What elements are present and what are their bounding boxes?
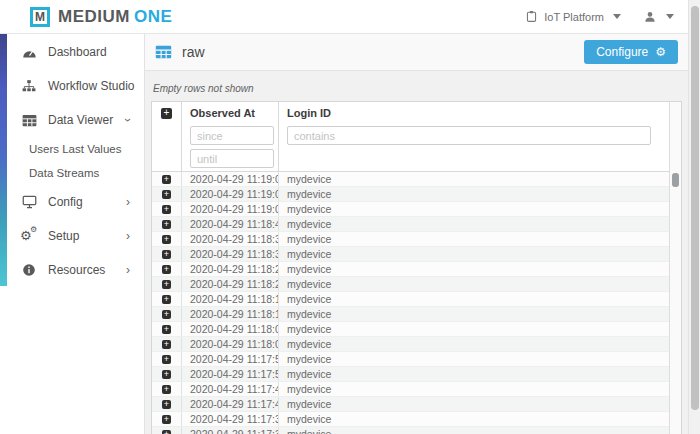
sidebar: Dashboard Workflow Studio D (0, 34, 145, 434)
chevron-right-icon: › (126, 196, 130, 208)
expand-row-icon[interactable]: + (162, 415, 171, 424)
expand-row-icon[interactable]: + (162, 265, 171, 274)
gear-icon: ⚙ (655, 46, 666, 58)
table-row: + 2020-04-29 11:18:19 mydevice (152, 292, 669, 307)
chevron-down-icon: › (122, 118, 134, 122)
observed-at-cell: 2020-04-29 11:17:34 (182, 427, 279, 434)
empty-rows-note: Empty rows not shown (153, 83, 254, 94)
expand-row-icon[interactable]: + (162, 295, 171, 304)
expand-row-icon[interactable]: + (162, 400, 171, 409)
sidebar-item-resources[interactable]: Resources › (0, 253, 144, 287)
column-label: Login ID (279, 102, 669, 122)
observed-at-cell: 2020-04-29 11:19:03 (182, 187, 279, 201)
table-row: + 2020-04-29 11:17:59 mydevice (152, 352, 669, 367)
top-bar: M MEDIUMONE IoT Platform (0, 0, 700, 34)
sidebar-item-label: Resources (48, 263, 105, 277)
expand-cell: + (152, 232, 182, 246)
expand-cell: + (152, 382, 182, 396)
sidebar-item-users-last-values[interactable]: Users Last Values (0, 137, 144, 161)
expand-row-icon[interactable]: + (162, 310, 171, 319)
table-row: + 2020-04-29 11:18:39 mydevice (152, 232, 669, 247)
login-id-cell: mydevice (279, 202, 669, 216)
page-scrollbar[interactable] (688, 0, 700, 434)
medium-one-logo[interactable]: M MEDIUMONE (30, 7, 172, 27)
expand-row-icon[interactable]: + (162, 340, 171, 349)
observed-at-cell: 2020-04-29 11:18:04 (182, 337, 279, 351)
observed-at-cell: 2020-04-29 11:18:49 (182, 217, 279, 231)
login-id-cell: mydevice (279, 292, 669, 306)
table-scrollbar-thumb[interactable] (672, 173, 679, 187)
observed-at-cell: 2020-04-29 11:17:54 (182, 367, 279, 381)
configure-button[interactable]: Configure ⚙ (584, 40, 678, 64)
login-id-cell: mydevice (279, 232, 669, 246)
logo-mark-icon: M (30, 7, 50, 27)
expand-cell: + (152, 247, 182, 261)
expand-cell: + (152, 397, 182, 411)
chevron-down-icon (613, 14, 621, 19)
expand-row-icon[interactable]: + (162, 370, 171, 379)
expand-row-icon[interactable]: + (162, 220, 171, 229)
since-filter-input[interactable] (190, 126, 274, 145)
sidebar-item-config[interactable]: Config › (0, 185, 144, 219)
org-selector-label: IoT Platform (544, 11, 604, 23)
expand-cell: + (152, 187, 182, 201)
login-id-cell: mydevice (279, 172, 669, 186)
observed-at-cell: 2020-04-29 11:17:44 (182, 397, 279, 411)
expand-row-icon[interactable]: + (162, 250, 171, 259)
org-selector[interactable]: IoT Platform (525, 10, 621, 23)
expand-row-icon[interactable]: + (162, 280, 171, 289)
table-row: + 2020-04-29 11:18:29 mydevice (152, 262, 669, 277)
sidebar-subitem-label: Users Last Values (29, 143, 121, 155)
expand-all-icon[interactable]: + (161, 108, 172, 119)
user-menu[interactable] (643, 10, 674, 24)
login-id-cell: mydevice (279, 262, 669, 276)
expand-row-icon[interactable]: + (162, 385, 171, 394)
login-id-cell: mydevice (279, 382, 669, 396)
chevron-down-icon (666, 14, 674, 19)
observed-at-cell: 2020-04-29 11:19:07 (182, 172, 279, 186)
sidebar-item-data-streams[interactable]: Data Streams (0, 161, 144, 185)
expand-row-icon[interactable]: + (162, 190, 171, 199)
table-row: + 2020-04-29 11:18:09 mydevice (152, 322, 669, 337)
logo-word-primary: MEDIUM (58, 7, 130, 26)
column-label: Observed At (182, 102, 278, 122)
expand-cell: + (152, 262, 182, 276)
sidebar-item-label: Setup (48, 229, 79, 243)
expand-cell: + (152, 172, 182, 186)
expand-row-icon[interactable]: + (162, 175, 171, 184)
table-row: + 2020-04-29 11:17:34 mydevice (152, 427, 669, 434)
observed-at-cell: 2020-04-29 11:18:14 (182, 307, 279, 321)
table-row: + 2020-04-29 11:18:49 mydevice (152, 217, 669, 232)
logo-word-secondary: ONE (134, 7, 172, 26)
login-id-cell: mydevice (279, 427, 669, 434)
table-row: + 2020-04-29 11:17:49 mydevice (152, 382, 669, 397)
table-row: + 2020-04-29 11:18:24 mydevice (152, 277, 669, 292)
contains-filter-input[interactable] (287, 126, 651, 145)
login-id-cell: mydevice (279, 217, 669, 231)
observed-at-cell: 2020-04-29 11:17:59 (182, 352, 279, 366)
expand-cell: + (152, 277, 182, 291)
gears-icon: ⚙⚙ (21, 228, 37, 244)
table-row: + 2020-04-29 11:17:39 mydevice (152, 412, 669, 427)
chevron-right-icon: › (126, 230, 130, 242)
table-row: + 2020-04-29 11:19:00 mydevice (152, 202, 669, 217)
expand-row-icon[interactable]: + (162, 430, 171, 434)
observed-at-cell: 2020-04-29 11:18:29 (182, 262, 279, 276)
observed-at-cell: 2020-04-29 11:18:39 (182, 232, 279, 246)
until-filter-input[interactable] (190, 149, 274, 168)
sidebar-item-workflow-studio[interactable]: Workflow Studio (0, 69, 144, 103)
table-scrollbar[interactable] (669, 102, 681, 434)
observed-at-cell: 2020-04-29 11:18:09 (182, 322, 279, 336)
sidebar-item-label: Workflow Studio (48, 79, 134, 93)
expand-row-icon[interactable]: + (162, 355, 171, 364)
expand-row-icon[interactable]: + (162, 205, 171, 214)
sidebar-item-setup[interactable]: ⚙⚙ Setup › (0, 219, 144, 253)
sidebar-item-data-viewer[interactable]: Data Viewer › (0, 103, 144, 137)
observed-at-cell: 2020-04-29 11:17:39 (182, 412, 279, 426)
expand-cell: + (152, 307, 182, 321)
expand-row-icon[interactable]: + (162, 235, 171, 244)
observed-at-cell: 2020-04-29 11:18:24 (182, 277, 279, 291)
page-scrollbar-thumb[interactable] (691, 6, 699, 410)
sidebar-item-dashboard[interactable]: Dashboard (0, 35, 144, 69)
expand-row-icon[interactable]: + (162, 325, 171, 334)
